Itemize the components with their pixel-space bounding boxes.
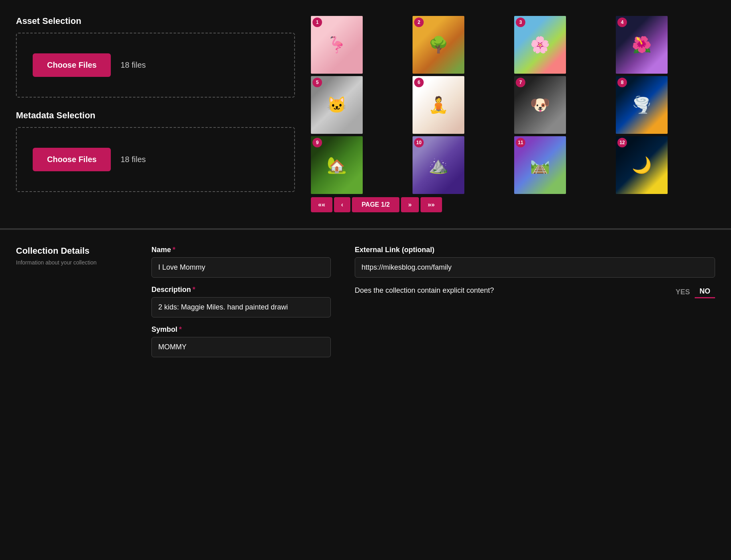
image-cell[interactable]: 1🦩 [311,16,363,74]
image-number-badge: 12 [617,138,627,147]
pagination-first-button[interactable]: «« [311,197,332,212]
explicit-question-text: Does the collection contain explicit con… [355,286,671,296]
pagination-page-info: PAGE 1/2 [352,197,399,212]
description-input[interactable] [151,297,331,317]
image-grid-panel: 1🦩2🌳3🌸4🌺5🐱6🧘7🐶8🌪️9🏡10⛰️11🛤️12🌙 «« ‹ PAGE… [311,16,715,212]
symbol-field-group: Symbol * [151,325,331,357]
metadata-choose-files-button[interactable]: Choose Files [33,148,111,171]
image-cell[interactable]: 11🛤️ [514,136,566,194]
image-grid: 1🦩2🌳3🌸4🌺5🐱6🧘7🐶8🌪️9🏡10⛰️11🛤️12🌙 [311,16,715,194]
image-number-badge: 4 [617,18,627,27]
pagination-last-button[interactable]: »» [421,197,442,212]
image-cell[interactable]: 7🐶 [514,76,566,134]
pagination-next-button[interactable]: » [401,197,419,212]
collection-label-block: Collection Details Information about you… [16,246,128,365]
name-input[interactable] [151,257,331,278]
image-number-badge: 9 [312,138,322,147]
explicit-no-option[interactable]: NO [695,286,715,298]
name-field-label: Name * [151,246,331,254]
collection-details-title: Collection Details [16,246,128,256]
form-right-fields: External Link (optional) Does the collec… [355,246,715,365]
asset-drop-zone: Choose Files 18 files [16,33,295,98]
image-cell[interactable]: 4🌺 [616,16,668,74]
explicit-yes-option[interactable]: YES [671,286,695,298]
image-cell[interactable]: 9🏡 [311,136,363,194]
image-cell[interactable]: 10⛰️ [413,136,464,194]
external-link-field-group: External Link (optional) [355,246,715,278]
description-required-star: * [193,286,195,294]
image-number-badge: 10 [414,138,424,147]
image-number-badge: 11 [516,138,525,147]
asset-selection-title: Asset Selection [16,16,295,26]
image-cell[interactable]: 5🐱 [311,76,363,134]
image-number-badge: 6 [414,78,424,87]
collection-details-subtitle: Information about your collection [16,259,128,266]
description-field-label: Description * [151,286,331,294]
name-required-star: * [173,246,175,254]
image-number-badge: 8 [617,78,627,87]
form-left-fields: Name * Description * Symbol * [151,246,331,365]
explicit-content-row: Does the collection contain explicit con… [355,286,715,298]
left-panel: Asset Selection Choose Files 18 files Me… [16,16,295,212]
name-field-group: Name * [151,246,331,278]
image-cell[interactable]: 6🧘 [413,76,464,134]
image-number-badge: 1 [312,18,322,27]
image-number-badge: 3 [516,18,525,27]
pagination: «« ‹ PAGE 1/2 » »» [311,197,715,212]
symbol-input[interactable] [151,337,331,357]
external-link-label: External Link (optional) [355,246,715,254]
metadata-file-count: 18 files [120,155,145,164]
symbol-field-label: Symbol * [151,325,331,334]
bottom-section: Collection Details Information about you… [0,230,731,381]
image-cell[interactable]: 3🌸 [514,16,566,74]
asset-choose-files-button[interactable]: Choose Files [33,53,111,77]
image-number-badge: 2 [414,18,424,27]
image-cell[interactable]: 8🌪️ [616,76,668,134]
image-cell[interactable]: 2🌳 [413,16,464,74]
explicit-toggle: YES NO [671,286,715,298]
symbol-required-star: * [179,325,182,334]
description-field-group: Description * [151,286,331,317]
asset-file-count: 18 files [120,61,145,70]
image-number-badge: 7 [516,78,525,87]
metadata-selection-title: Metadata Selection [16,110,295,121]
pagination-prev-button[interactable]: ‹ [334,197,350,212]
image-cell[interactable]: 12🌙 [616,136,668,194]
metadata-drop-zone: Choose Files 18 files [16,127,295,192]
external-link-input[interactable] [355,257,715,278]
image-number-badge: 5 [312,78,322,87]
